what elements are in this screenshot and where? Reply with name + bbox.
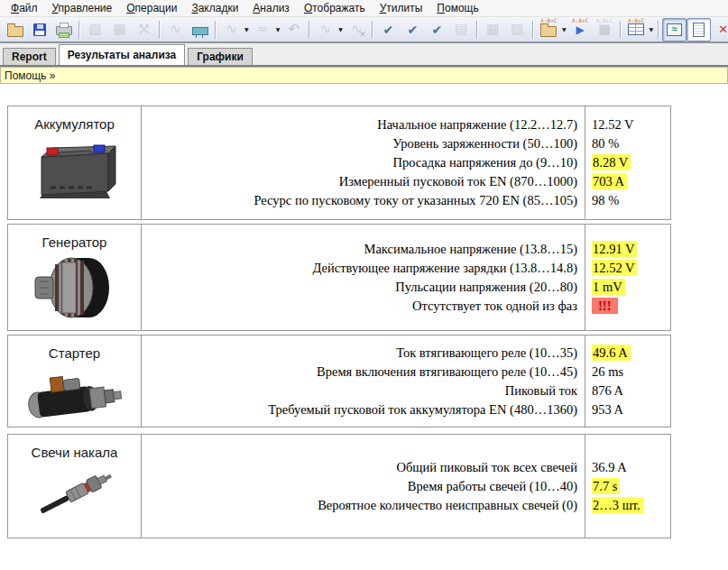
signal-scale-button[interactable]: ∿ <box>219 18 244 41</box>
chart-zoom-button[interactable]: ▧○ <box>505 18 530 41</box>
toolbar-separator <box>159 21 161 39</box>
dropdown-arrow-icon[interactable]: ▼ <box>650 26 654 32</box>
signal-wave-icon: ∿ <box>226 23 237 36</box>
undo-button[interactable]: ↶ <box>281 18 306 41</box>
section-starter: Стартер Ток втягивающего реле (10…35)Вре… <box>7 335 671 428</box>
menu-utilities[interactable]: Утилиты <box>373 1 430 16</box>
mini-chart-icon: ≈ <box>667 23 682 36</box>
signal-approx-icon: ≈ <box>257 23 269 36</box>
section-battery: Аккумулятор Начальное напряжение (12.2…1… <box>7 106 671 220</box>
save-graph-as-button[interactable]: ▦ <box>107 18 132 41</box>
abc-label: A:B+C <box>625 18 648 23</box>
red-cross-icon: ✕ <box>718 23 728 35</box>
baseline-button[interactable]: ∿ <box>163 18 188 41</box>
row-label: Начальное напряжение (12.2…12.7) <box>377 117 577 132</box>
row-value: 98 % <box>592 193 619 207</box>
row-label: Отсутствует ток одной из фаз <box>412 299 577 313</box>
close-view-button[interactable]: ✕ <box>711 18 728 41</box>
tab-analysis-results[interactable]: Результаты анализа <box>59 44 186 65</box>
row-value: 36.9 A <box>592 460 627 474</box>
marker-button[interactable]: ∿ <box>313 18 337 41</box>
open-folder-icon <box>7 26 23 37</box>
toolbar-separator <box>532 21 534 39</box>
print-button[interactable] <box>51 18 76 41</box>
glow-plugs-header-cell: Свечи накала <box>8 435 142 538</box>
confirm-all-down-button[interactable]: ✔ <box>401 18 425 41</box>
tab-report[interactable]: Report <box>3 48 56 65</box>
abc-run-button[interactable]: A:B+C▶ <box>568 18 593 41</box>
dropdown-arrow-icon[interactable]: ▼ <box>338 26 343 32</box>
menu-bookmarks[interactable]: Закладки <box>184 1 245 16</box>
toolbar-separator <box>215 21 217 39</box>
tab-strip: Report Результаты анализа Графики <box>0 43 728 67</box>
row-value: 8.28 V <box>592 154 631 170</box>
row-label: Ресурс по пусковому току от указанных 72… <box>253 193 577 207</box>
menu-management[interactable]: Управление <box>45 1 120 16</box>
printer-icon <box>56 26 72 35</box>
section-title: Аккумулятор <box>34 116 115 132</box>
signal-filter-button[interactable]: ≈ <box>251 18 275 41</box>
menu-analysis[interactable]: Анализ <box>245 1 297 16</box>
starter-image <box>22 364 128 424</box>
save-button[interactable] <box>27 18 51 41</box>
tab-graphs[interactable]: Графики <box>188 48 253 65</box>
save-floppy-icon <box>33 23 46 36</box>
row-label: Пиковый ток <box>505 383 577 398</box>
graph-tools-button[interactable]: ⚒ <box>132 18 156 41</box>
starter-values-column: 49.6 A26 ms876 A953 A <box>585 336 670 427</box>
toolbar-separator <box>372 21 373 39</box>
double-check-icon: ✔ <box>408 23 419 36</box>
row-label: Уровень заряженности (50…100) <box>392 136 577 151</box>
view-charts-toggle-button[interactable]: ≈ <box>662 18 687 41</box>
row-label: Вероятное количество неисправных свечей … <box>318 498 577 512</box>
dropdown-arrow-icon[interactable]: ▼ <box>276 26 281 32</box>
toolbar-separator <box>476 21 478 39</box>
row-label: Время работы свечей (10…40) <box>408 479 577 493</box>
row-label: Требуемый пусковой ток аккумулятора EN (… <box>268 402 577 417</box>
menu-operations[interactable]: Операции <box>119 1 184 16</box>
confirm-next-button[interactable]: ✔ <box>425 18 449 41</box>
starter-header-cell: Стартер <box>8 336 142 427</box>
save-graph-button[interactable]: ▧ <box>83 18 107 41</box>
starter-labels-column: Ток втягивающего реле (10…35)Время включ… <box>142 336 585 427</box>
delete-marker-button[interactable]: ∿✕ <box>345 18 369 41</box>
measure-tool-button[interactable] <box>188 18 212 41</box>
row-label: Пульсации напряжения (20…80) <box>395 280 577 294</box>
row-value: 12.52 V <box>592 260 637 276</box>
help-bar[interactable]: Помощь » <box>0 67 728 84</box>
dropdown-arrow-icon[interactable]: ▼ <box>244 26 249 32</box>
battery-header-cell: Аккумулятор <box>8 106 142 219</box>
compare-charts-button[interactable]: ▦ <box>481 18 505 41</box>
open-file-button[interactable] <box>3 18 27 41</box>
table-icon <box>628 23 644 35</box>
glow-plugs-values-column: 36.9 A7.7 s2…3 шт. <box>585 435 670 538</box>
row-value: 703 A <box>592 173 627 189</box>
section-glow-plugs: Свечи накала Общий пиковый ток всех свеч… <box>7 434 671 538</box>
confirm-button[interactable]: ✔ <box>376 18 401 41</box>
check-next-icon: ✔ <box>432 23 443 36</box>
marker-wave-icon: ∿ <box>319 23 331 36</box>
row-value: 26 ms <box>592 364 623 379</box>
toolbar-separator <box>309 21 310 39</box>
chart-save-icon: ▧ <box>88 23 101 36</box>
chart-save-as-icon: ▦ <box>113 23 125 36</box>
abc-table-button[interactable]: A:B+C <box>624 18 649 41</box>
generator-labels-column: Максимальное напряжение (13.8…15)Действу… <box>142 225 585 330</box>
menu-bar: Файл Управление Операции Закладки Анализ… <box>0 0 728 17</box>
abc-open-button[interactable]: A:B+C <box>537 18 561 41</box>
row-value: 80 % <box>592 136 619 151</box>
dropdown-arrow-icon[interactable]: ▼ <box>562 26 567 32</box>
row-value: 12.52 V <box>592 117 633 132</box>
row-label: Действующее напряжение зарядки (13.8…14.… <box>313 261 577 275</box>
menu-help[interactable]: Помощь <box>429 1 485 16</box>
menu-file[interactable]: Файл <box>4 1 45 16</box>
view-results-toggle-button[interactable] <box>687 18 711 41</box>
menu-display[interactable]: Отображать <box>297 1 373 16</box>
play-icon: ▶ <box>576 24 584 35</box>
abc-stop-button[interactable]: A:B+C■ <box>593 18 617 41</box>
report-document-button[interactable]: ▤ <box>449 18 474 41</box>
hammer-icon: ⚒ <box>138 23 150 36</box>
toolbar-separator <box>78 21 80 39</box>
row-value: 2…3 шт. <box>592 497 643 513</box>
section-title: Свечи накала <box>32 445 118 460</box>
